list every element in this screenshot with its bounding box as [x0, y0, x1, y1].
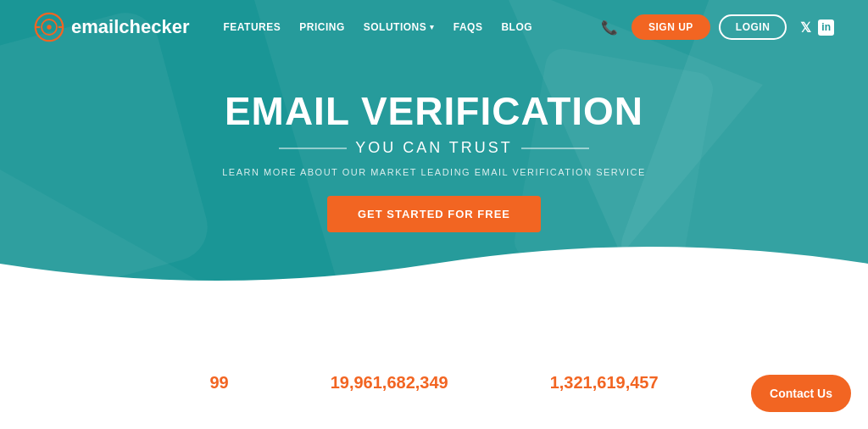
logo-icon: [34, 12, 64, 42]
stat-deliverability: 99: [209, 331, 228, 393]
chevron-down-icon: ▾: [430, 23, 435, 31]
stat-value-2: 19,961,682,349: [331, 373, 448, 393]
nav-features[interactable]: FEATURES: [223, 21, 281, 33]
linkedin-icon[interactable]: in: [818, 20, 834, 36]
social-icons: 𝕏 in: [800, 20, 834, 36]
logo-text: emailchecker: [71, 16, 189, 38]
nav-links: FEATURES PRICING SOLUTIONS ▾ FAQS BLOG: [223, 21, 601, 33]
stat-removed: 1,321,619,457: [550, 331, 659, 393]
hero-title: EMAIL VERIFICATION: [222, 90, 645, 133]
nav-blog[interactable]: BLOG: [501, 21, 532, 33]
hero-description: LEARN MORE ABOUT OUR MARKET LEADING EMAI…: [222, 167, 645, 177]
stat-emails: 19,961,682,349: [331, 331, 448, 393]
contact-us-button[interactable]: Contact Us: [751, 375, 851, 412]
stats-section: 99 19,961,682,349 1,321,619,457: [0, 288, 868, 418]
logo[interactable]: emailchecker: [34, 12, 189, 42]
signup-button[interactable]: SIGN UP: [632, 14, 710, 40]
nav-pricing[interactable]: PRICING: [299, 21, 345, 33]
get-started-button[interactable]: GET STARTED FOR FREE: [327, 196, 541, 232]
hero-wave: [0, 238, 868, 288]
navbar: emailchecker FEATURES PRICING SOLUTIONS …: [0, 0, 868, 54]
twitter-icon[interactable]: 𝕏: [800, 20, 811, 36]
hero-subtitle: YOU CAN TRUST: [355, 139, 513, 157]
hero-dividers: YOU CAN TRUST: [222, 139, 645, 157]
svg-point-2: [47, 25, 51, 29]
nav-right: 📞 SIGN UP LOGIN 𝕏 in: [601, 14, 834, 40]
nav-faqs[interactable]: FAQS: [453, 21, 483, 33]
login-button[interactable]: LOGIN: [719, 14, 787, 40]
hero-content: EMAIL VERIFICATION YOU CAN TRUST LEARN M…: [222, 56, 645, 233]
stat-value-3: 1,321,619,457: [550, 373, 659, 393]
stat-value-1: 99: [209, 373, 228, 393]
nav-solutions[interactable]: SOLUTIONS ▾: [364, 21, 435, 33]
phone-icon: 📞: [601, 20, 618, 36]
